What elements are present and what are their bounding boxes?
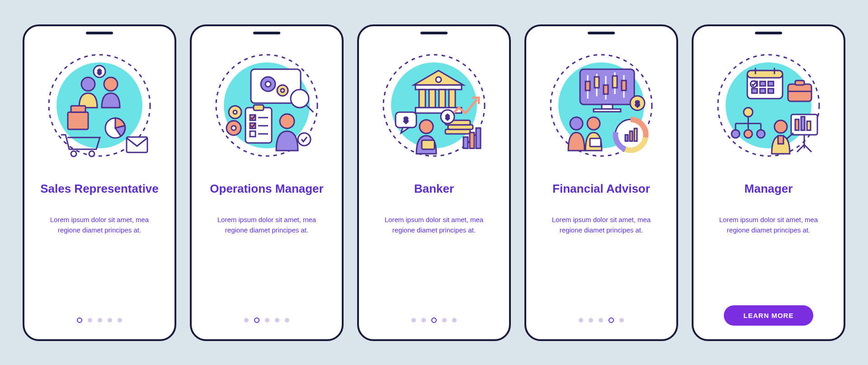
svg-rect-6 <box>68 112 88 129</box>
dot-4[interactable] <box>275 318 279 322</box>
svg-point-54 <box>420 120 433 133</box>
svg-rect-91 <box>768 89 774 93</box>
svg-rect-109 <box>795 119 799 130</box>
svg-point-32 <box>231 126 236 130</box>
svg-rect-50 <box>470 133 474 148</box>
dot-1[interactable] <box>411 318 416 322</box>
svg-point-103 <box>744 130 752 138</box>
svg-rect-25 <box>250 131 255 137</box>
card-title: Manager <box>745 175 793 204</box>
dot-2[interactable] <box>88 318 92 322</box>
svg-rect-87 <box>760 81 765 86</box>
svg-point-16 <box>265 81 271 87</box>
svg-rect-83 <box>747 71 783 78</box>
dot-1[interactable] <box>579 318 583 322</box>
learn-more-button[interactable]: LEARN MORE <box>724 305 814 326</box>
dot-4[interactable] <box>442 318 447 322</box>
svg-rect-38 <box>419 90 425 108</box>
dot-3[interactable] <box>265 318 269 322</box>
svg-rect-70 <box>622 81 626 90</box>
svg-point-8 <box>71 151 76 156</box>
card-desc: Lorem ipsum dolor sit amet, mea regione … <box>710 214 827 236</box>
svg-text:$: $ <box>98 68 102 76</box>
svg-point-43 <box>436 77 441 82</box>
banker-icon: $ $ <box>377 49 491 162</box>
svg-point-30 <box>233 110 237 114</box>
dot-2[interactable] <box>589 318 593 322</box>
onboarding-card-manager: Manager Lorem ipsum dolor sit amet, mea … <box>692 24 845 341</box>
onboarding-card-banker: $ $ Banker Lorem ipsum dolor sit amet, <box>357 24 511 341</box>
svg-text:$: $ <box>446 113 450 121</box>
svg-rect-49 <box>463 137 468 148</box>
svg-point-74 <box>587 117 600 130</box>
manager-icon <box>712 49 825 162</box>
dot-3[interactable] <box>599 318 603 322</box>
page-indicator <box>579 318 624 326</box>
svg-rect-111 <box>807 121 811 130</box>
svg-rect-62 <box>585 81 590 90</box>
card-title: Financial Advisor <box>552 175 650 204</box>
card-title: Banker <box>414 175 454 204</box>
dot-4[interactable] <box>108 318 112 322</box>
card-title: Sales Representative <box>40 175 159 204</box>
card-desc: Lorem ipsum dolor sit amet, mea regione … <box>375 214 493 236</box>
svg-text:$: $ <box>404 116 408 124</box>
svg-rect-60 <box>594 109 621 112</box>
svg-rect-39 <box>429 90 435 108</box>
dot-1[interactable] <box>77 318 82 323</box>
svg-point-112 <box>774 120 787 133</box>
page-indicator <box>77 318 122 326</box>
dot-5[interactable] <box>285 318 289 322</box>
card-title: Operations Manager <box>210 175 323 204</box>
svg-point-96 <box>744 108 753 117</box>
card-desc: Lorem ipsum dolor sit amet, mea regione … <box>41 214 158 236</box>
dot-3[interactable] <box>98 318 102 322</box>
svg-rect-41 <box>449 90 455 108</box>
onboarding-card-operations: Operations Manager Lorem ipsum dolor sit… <box>190 24 344 341</box>
svg-rect-66 <box>604 85 608 94</box>
svg-rect-88 <box>768 81 774 86</box>
svg-point-33 <box>280 114 294 128</box>
dot-5[interactable] <box>619 318 624 322</box>
svg-rect-22 <box>254 105 264 110</box>
svg-point-3 <box>104 77 118 91</box>
svg-rect-94 <box>795 81 804 85</box>
card-desc: Lorem ipsum dolor sit amet, mea regione … <box>542 214 660 236</box>
svg-point-102 <box>731 130 740 138</box>
svg-point-9 <box>89 151 94 156</box>
svg-point-73 <box>570 117 583 130</box>
onboarding-card-financial: $ Financial Advisor Lo <box>524 24 678 341</box>
svg-rect-90 <box>760 89 765 93</box>
dot-2[interactable] <box>254 318 259 323</box>
dot-3[interactable] <box>431 318 437 323</box>
page-indicator <box>244 318 289 326</box>
onboarding-card-sales: $ Sales Representative <box>23 24 176 341</box>
svg-rect-77 <box>625 135 628 141</box>
svg-rect-78 <box>630 131 632 141</box>
dot-4[interactable] <box>609 318 614 323</box>
card-desc: Lorem ipsum dolor sit amet, mea regione … <box>208 214 326 236</box>
svg-point-34 <box>298 133 311 146</box>
dot-5[interactable] <box>118 318 122 322</box>
svg-rect-75 <box>590 138 601 147</box>
dot-2[interactable] <box>421 318 426 322</box>
svg-line-108 <box>804 145 811 152</box>
page-indicator <box>411 318 457 326</box>
sales-icon: $ <box>43 49 156 162</box>
svg-rect-79 <box>634 128 637 141</box>
svg-rect-68 <box>613 76 617 88</box>
operations-icon <box>210 49 323 162</box>
svg-rect-64 <box>594 77 599 88</box>
svg-point-2 <box>81 77 95 91</box>
dot-5[interactable] <box>452 318 457 322</box>
svg-rect-110 <box>801 117 805 130</box>
svg-rect-51 <box>476 128 481 148</box>
svg-rect-114 <box>778 136 783 144</box>
svg-rect-7 <box>71 106 85 112</box>
svg-rect-40 <box>439 90 445 108</box>
svg-point-18 <box>281 89 284 92</box>
svg-rect-89 <box>752 89 757 93</box>
dot-1[interactable] <box>244 318 249 322</box>
svg-text:$: $ <box>635 100 640 108</box>
finance-icon: $ <box>545 49 658 162</box>
